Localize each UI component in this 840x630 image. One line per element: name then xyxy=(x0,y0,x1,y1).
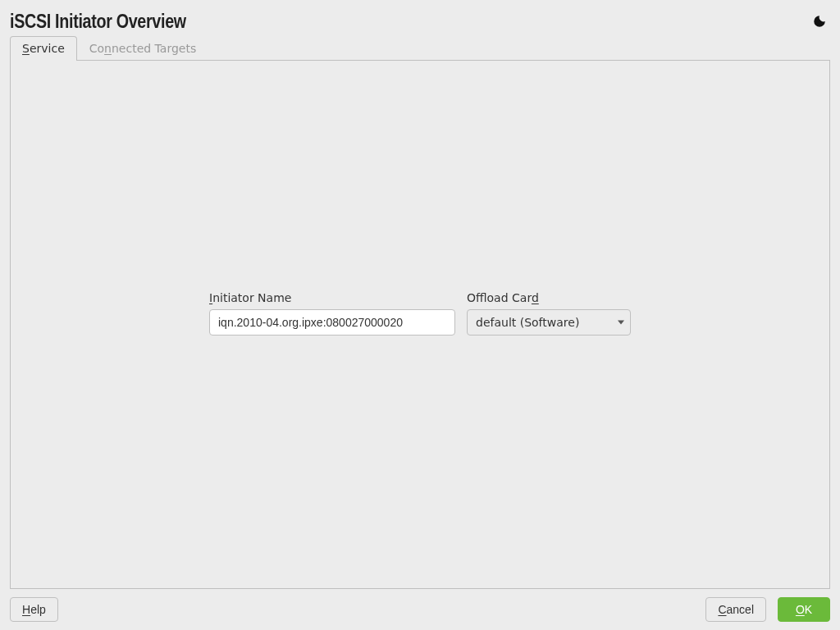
help-rest: elp xyxy=(30,603,46,616)
ok-mnemonic: O xyxy=(796,603,805,616)
offload-card-label: Offload Card xyxy=(467,291,631,304)
page-title: iSCSI Initiator Overview xyxy=(10,10,186,32)
tab-connected-targets[interactable]: Connected Targets xyxy=(77,36,208,61)
initiator-name-field: Initiator Name xyxy=(209,291,455,336)
cancel-button[interactable]: Cancel xyxy=(705,597,766,622)
offload-card-select[interactable]: default (Software) xyxy=(467,309,631,336)
tab-panel-service: Initiator Name Offload Card default (Sof… xyxy=(10,60,830,589)
cancel-mnemonic: C xyxy=(718,603,726,616)
initiator-name-input[interactable] xyxy=(209,309,455,336)
tab-service[interactable]: Service xyxy=(10,36,77,61)
theme-toggle-icon[interactable] xyxy=(809,11,830,32)
tab-connected-rest: nected Targets xyxy=(112,42,196,55)
tab-service-mnemonic: S xyxy=(22,42,30,55)
tab-connected-pre: Co xyxy=(89,42,104,55)
help-button[interactable]: Help xyxy=(10,597,58,622)
offload-card-label-pre: Offload Car xyxy=(467,291,532,304)
help-mnemonic: H xyxy=(22,603,30,616)
ok-button[interactable]: OK xyxy=(778,597,830,622)
initiator-name-label: Initiator Name xyxy=(209,291,455,304)
offload-card-field: Offload Card default (Software) xyxy=(467,291,631,336)
tab-bar: Service Connected Targets xyxy=(10,35,830,60)
initiator-name-label-rest: nitiator Name xyxy=(212,291,291,304)
cancel-rest: ancel xyxy=(727,603,754,616)
tab-service-label: ervice xyxy=(30,42,65,55)
offload-card-selected-value: default (Software) xyxy=(476,316,579,329)
service-form: Initiator Name Offload Card default (Sof… xyxy=(209,291,631,336)
tab-connected-mnemonic: n xyxy=(104,42,112,55)
ok-rest: K xyxy=(805,603,812,616)
offload-card-mnemonic: d xyxy=(532,291,539,304)
footer: Help Cancel OK xyxy=(10,597,830,622)
